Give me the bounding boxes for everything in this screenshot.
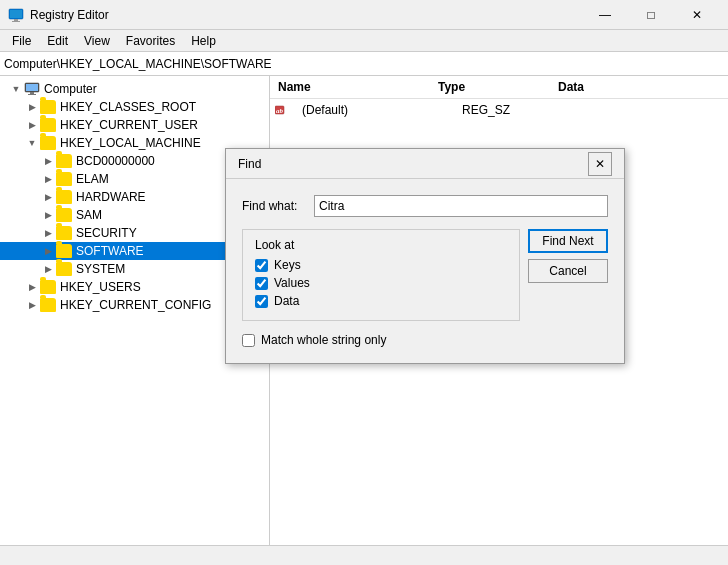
expand-bcd[interactable]: ▶ — [40, 153, 56, 169]
svg-rect-3 — [12, 21, 20, 22]
expand-software[interactable]: ▶ — [40, 243, 56, 259]
app-icon — [8, 7, 24, 23]
checkbox-data[interactable] — [255, 295, 268, 308]
find-what-label: Find what: — [242, 199, 314, 213]
tree-label-computer: Computer — [44, 82, 97, 96]
table-row[interactable]: ab (Default) REG_SZ — [270, 99, 728, 121]
dialog-title: Find — [238, 157, 588, 171]
expand-hku[interactable]: ▶ — [24, 279, 40, 295]
tree-label-hkcu: HKEY_CURRENT_USER — [60, 118, 198, 132]
expand-hardware[interactable]: ▶ — [40, 189, 56, 205]
tree-label-software: SOFTWARE — [76, 244, 144, 258]
expand-hkcu[interactable]: ▶ — [24, 117, 40, 133]
checkbox-values-row: Values — [255, 276, 507, 290]
menu-help[interactable]: Help — [183, 32, 224, 50]
title-bar: Registry Editor — □ ✕ — [0, 0, 728, 30]
folder-icon-hkcr — [40, 100, 56, 114]
tree-item-computer[interactable]: ▼ Computer — [0, 80, 269, 98]
folder-icon-hklm — [40, 136, 56, 150]
folder-icon-hkcu — [40, 118, 56, 132]
find-what-input[interactable] — [314, 195, 608, 217]
checkbox-keys-row: Keys — [255, 258, 507, 272]
checkbox-data-label: Data — [274, 294, 299, 308]
expand-computer[interactable]: ▼ — [8, 81, 24, 97]
status-bar — [0, 545, 728, 565]
svg-text:ab: ab — [276, 107, 284, 115]
folder-icon-system — [56, 262, 72, 276]
tree-label-hklm: HKEY_LOCAL_MACHINE — [60, 136, 201, 150]
value-type: REG_SZ — [454, 101, 574, 119]
tree-label-hkcc: HKEY_CURRENT_CONFIG — [60, 298, 211, 312]
tree-label-security: SECURITY — [76, 226, 137, 240]
close-button[interactable]: ✕ — [674, 0, 720, 30]
checkbox-match-label: Match whole string only — [261, 333, 386, 347]
svg-rect-7 — [28, 94, 36, 95]
folder-icon-security — [56, 226, 72, 240]
match-whole-string-row: Match whole string only — [242, 333, 520, 347]
folder-icon-elam — [56, 172, 72, 186]
col-header-data: Data — [550, 78, 728, 96]
tree-label-hkcr: HKEY_CLASSES_ROOT — [60, 100, 196, 114]
dialog-title-bar: Find ✕ — [226, 149, 624, 179]
menu-file[interactable]: File — [4, 32, 39, 50]
value-name: (Default) — [294, 101, 454, 119]
folder-icon-hardware — [56, 190, 72, 204]
folder-icon-hkcc — [40, 298, 56, 312]
find-what-row: Find what: — [242, 195, 608, 217]
folder-icon-bcd — [56, 154, 72, 168]
look-at-legend: Look at — [255, 238, 507, 252]
col-header-type: Type — [430, 78, 550, 96]
minimize-button[interactable]: — — [582, 0, 628, 30]
details-header: Name Type Data — [270, 76, 728, 99]
expand-hkcr[interactable]: ▶ — [24, 99, 40, 115]
address-path: Computer\HKEY_LOCAL_MACHINE\SOFTWARE — [4, 57, 272, 71]
expand-security[interactable]: ▶ — [40, 225, 56, 241]
find-dialog: Find ✕ Find what: Look at Keys — [225, 148, 625, 364]
svg-rect-5 — [26, 84, 38, 91]
checkbox-values[interactable] — [255, 277, 268, 290]
folder-icon-sam — [56, 208, 72, 222]
window-controls: — □ ✕ — [582, 0, 720, 30]
expand-hkcc[interactable]: ▶ — [24, 297, 40, 313]
folder-icon-hku — [40, 280, 56, 294]
app-title: Registry Editor — [30, 8, 582, 22]
tree-label-system: SYSTEM — [76, 262, 125, 276]
address-bar: Computer\HKEY_LOCAL_MACHINE\SOFTWARE — [0, 52, 728, 76]
col-header-name: Name — [270, 78, 430, 96]
svg-rect-2 — [14, 19, 18, 21]
checkbox-keys[interactable] — [255, 259, 268, 272]
maximize-button[interactable]: □ — [628, 0, 674, 30]
svg-rect-1 — [10, 10, 22, 18]
menu-favorites[interactable]: Favorites — [118, 32, 183, 50]
tree-label-sam: SAM — [76, 208, 102, 222]
svg-rect-6 — [30, 92, 34, 94]
dialog-body: Find what: Look at Keys Values — [226, 179, 624, 363]
checkbox-values-label: Values — [274, 276, 310, 290]
look-at-group: Look at Keys Values Data — [242, 229, 520, 321]
expand-sam[interactable]: ▶ — [40, 207, 56, 223]
tree-item-hkcr[interactable]: ▶ HKEY_CLASSES_ROOT — [0, 98, 269, 116]
folder-icon-software — [56, 244, 72, 258]
find-next-button[interactable]: Find Next — [528, 229, 608, 253]
expand-system[interactable]: ▶ — [40, 261, 56, 277]
tree-label-elam: ELAM — [76, 172, 109, 186]
menu-bar: File Edit View Favorites Help — [0, 30, 728, 52]
cancel-button[interactable]: Cancel — [528, 259, 608, 283]
menu-edit[interactable]: Edit — [39, 32, 76, 50]
menu-view[interactable]: View — [76, 32, 118, 50]
checkbox-match-whole[interactable] — [242, 334, 255, 347]
checkbox-keys-label: Keys — [274, 258, 301, 272]
dialog-close-button[interactable]: ✕ — [588, 152, 612, 176]
tree-label-bcd: BCD00000000 — [76, 154, 155, 168]
tree-label-hardware: HARDWARE — [76, 190, 146, 204]
computer-icon — [24, 81, 40, 97]
value-data — [574, 108, 728, 112]
reg-value-icon: ab — [274, 103, 290, 117]
expand-elam[interactable]: ▶ — [40, 171, 56, 187]
checkbox-data-row: Data — [255, 294, 507, 308]
expand-hklm[interactable]: ▼ — [24, 135, 40, 151]
tree-item-hkcu[interactable]: ▶ HKEY_CURRENT_USER — [0, 116, 269, 134]
tree-label-hku: HKEY_USERS — [60, 280, 141, 294]
